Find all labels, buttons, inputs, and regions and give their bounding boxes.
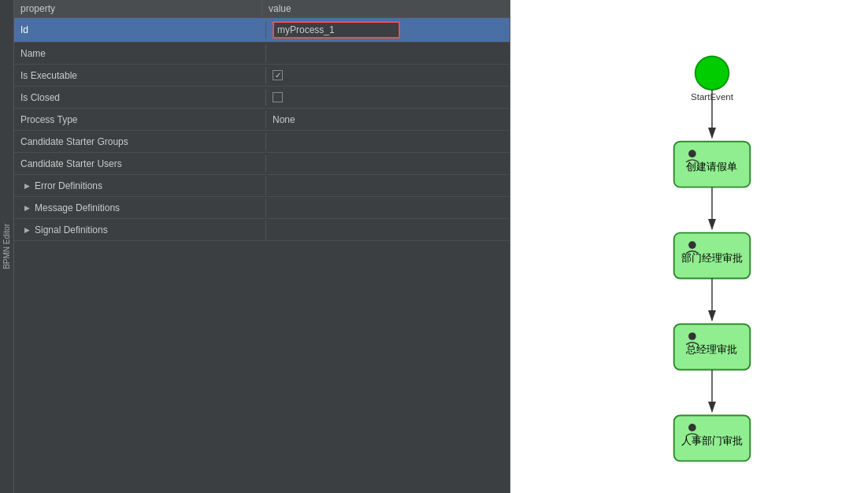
collapse-icon-signal: ▶	[20, 224, 33, 236]
property-row-candidate-starter-users[interactable]: Candidate Starter Users	[14, 153, 510, 175]
property-name-candidate-starter-users: Candidate Starter Users	[14, 155, 266, 172]
property-value-error-definitions	[266, 183, 510, 189]
property-row-signal-definitions[interactable]: ▶ Signal Definitions	[14, 219, 510, 241]
property-row-id[interactable]: Id	[14, 18, 510, 43]
task-1-label: 创建请假单	[686, 161, 737, 172]
start-event-circle[interactable]	[696, 57, 729, 91]
task-4-label: 人事部门审批	[681, 435, 743, 447]
properties-table: Id Name Is Executable ✓ Is Closed Pro	[14, 18, 510, 493]
property-name-message-definitions: ▶ Message Definitions	[14, 198, 266, 217]
property-value-candidate-starter-groups[interactable]	[266, 139, 510, 145]
bpmn-editor-label: BPMN Editor	[0, 0, 14, 493]
property-name-signal-definitions: ▶ Signal Definitions	[14, 221, 266, 239]
collapse-icon-message: ▶	[20, 202, 33, 214]
property-row-candidate-starter-groups[interactable]: Candidate Starter Groups	[14, 131, 510, 153]
collapse-icon-error: ▶	[20, 180, 33, 192]
property-column-header: property	[14, 0, 262, 17]
value-column-header: value	[262, 0, 510, 17]
property-row-process-type[interactable]: Process Type None	[14, 109, 510, 131]
properties-panel: property value Id Name Is Executable ✓ I…	[14, 0, 510, 493]
property-name-candidate-starter-groups: Candidate Starter Groups	[14, 133, 266, 150]
task-2-label: 部门经理审批	[681, 252, 743, 264]
bpmn-canvas[interactable]: StartEvent 创建请假单 部门经理审批 总经理审批 人事部门审批	[510, 0, 868, 493]
property-name-error-definitions: ▶ Error Definitions	[14, 176, 266, 195]
property-value-process-type: None	[266, 111, 510, 128]
task-3-label: 总经理审批	[685, 343, 737, 355]
property-value-candidate-starter-users[interactable]	[266, 161, 510, 167]
property-value-name[interactable]	[266, 50, 510, 57]
is-executable-checkbox[interactable]: ✓	[273, 70, 283, 80]
property-value-id[interactable]	[266, 18, 510, 42]
property-value-message-definitions	[266, 205, 510, 211]
task3-user-icon-head	[688, 332, 696, 340]
properties-header: property value	[14, 0, 510, 18]
property-row-is-executable[interactable]: Is Executable ✓	[14, 65, 510, 87]
property-name-id: Id	[14, 21, 266, 39]
property-name-process-type: Process Type	[14, 111, 266, 128]
property-row-is-closed[interactable]: Is Closed	[14, 87, 510, 109]
property-row-error-definitions[interactable]: ▶ Error Definitions	[14, 175, 510, 197]
property-name-is-executable: Is Executable	[14, 67, 266, 84]
property-value-is-executable[interactable]: ✓	[266, 67, 510, 83]
task4-user-icon-head	[688, 424, 696, 432]
property-row-name[interactable]: Name	[14, 43, 510, 65]
id-input[interactable]	[273, 21, 400, 39]
property-value-is-closed[interactable]	[266, 89, 510, 106]
property-value-signal-definitions	[266, 227, 510, 233]
property-name-name: Name	[14, 45, 266, 62]
property-row-message-definitions[interactable]: ▶ Message Definitions	[14, 197, 510, 219]
task2-user-icon-head	[688, 241, 696, 249]
property-name-is-closed: Is Closed	[14, 89, 266, 106]
is-closed-checkbox[interactable]	[273, 92, 283, 102]
task1-user-icon-head	[688, 150, 696, 158]
bpmn-diagram-svg: StartEvent 创建请假单 部门经理审批 总经理审批 人事部门审批	[510, 0, 868, 493]
